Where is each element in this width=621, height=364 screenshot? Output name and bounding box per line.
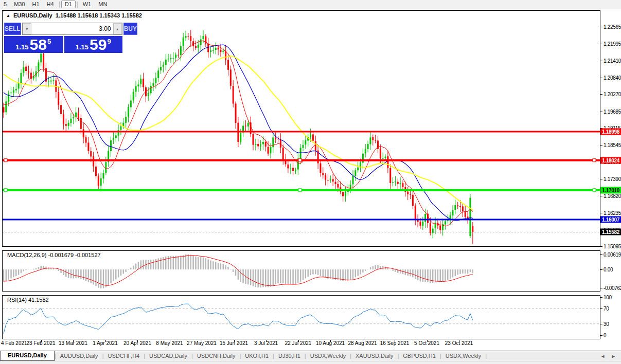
price-axis-tick-label: 1.15095: [604, 244, 621, 249]
sell-price-pip-digit: 5: [47, 38, 51, 45]
tab-usdx-weekly[interactable]: USDX,Weekly: [441, 351, 485, 361]
hline-handle[interactable]: [298, 159, 301, 162]
chart-header: ▲ EURUSD,Daily 1.15488 1.15618 1.15343 1…: [6, 12, 142, 19]
rsi-axis-tick: [600, 324, 602, 324]
price-axis-tick: [600, 179, 602, 179]
rsi-axis-tick: [600, 308, 602, 309]
macd-axis-tick: [600, 288, 602, 288]
timeframe-button-M30[interactable]: M30: [10, 1, 28, 8]
rsi-axis-tick-label: 30: [604, 321, 609, 326]
tab-dj30-h1[interactable]: DJ30,H1: [274, 351, 305, 361]
toolbar-separator: [59, 2, 60, 8]
sell-price-big-digits: 58: [30, 38, 47, 52]
date-axis-label: 5 Oct 2021: [414, 340, 439, 346]
sell-button[interactable]: SELL: [4, 23, 21, 35]
date-axis-label: 16 Sep 2021: [380, 340, 410, 346]
tab-usdcad-daily[interactable]: USDCAD,Daily: [145, 351, 191, 361]
price-axis-tick-label: 1.17390: [604, 176, 621, 182]
sell-price-display[interactable]: 1.15 58 5: [4, 36, 63, 53]
volume-input[interactable]: [31, 23, 113, 34]
price-axis-tick: [600, 61, 602, 61]
date-axis-label: 22 Jul 2021: [285, 340, 312, 346]
buy-button[interactable]: BUY: [123, 23, 137, 35]
price-axis-badge: 1.18998: [600, 129, 621, 135]
macd-label: MACD(12,26,9) -0.001679 -0.001527: [7, 252, 101, 258]
price-axis-badge: 1.18024: [600, 157, 621, 163]
status-bar: [0, 361, 621, 364]
timeframe-button-W1[interactable]: W1: [79, 1, 95, 8]
hline-handle[interactable]: [4, 189, 7, 192]
price-axis-tick: [600, 78, 602, 78]
price-axis-badge: 1.16007: [600, 216, 621, 223]
date-axis-label: 15 Jun 2021: [220, 340, 248, 346]
chart-collapse-icon[interactable]: ▲: [6, 13, 10, 18]
tab-xauusd-daily[interactable]: XAUUSD,Daily: [351, 351, 397, 361]
tab-ukoil-h1[interactable]: UKOil,H1: [241, 351, 273, 361]
tab-eurusd-daily[interactable]: EURUSD,Daily: [0, 351, 55, 361]
chart-symbol-label: EURUSD,Daily: [13, 12, 52, 19]
timeframe-button-D1[interactable]: D1: [61, 1, 76, 8]
price-axis-tick: [600, 213, 602, 213]
macd-axis-tick: [600, 254, 602, 255]
price-axis-badge: 1.15582: [600, 229, 621, 235]
date-axis-label: 4 Feb 2021: [1, 340, 27, 346]
rsi-axis-tick-label: 100: [604, 295, 612, 300]
date-axis-label: 8 May 2021: [156, 340, 183, 346]
tab-audusd-daily[interactable]: AUDUSD,Daily: [56, 351, 102, 361]
price-axis-tick-label: 1.21995: [604, 41, 621, 46]
price-axis-tick-label: 1.16820: [604, 193, 621, 198]
timeframe-button-5[interactable]: 5: [0, 1, 10, 8]
timeframe-button-H4[interactable]: H4: [43, 1, 58, 8]
price-axis-tick-label: 1.16235: [604, 210, 621, 216]
toolbar-separator: [77, 2, 78, 8]
macd-axis-tick-label: 0.00: [604, 267, 613, 272]
rsi-label: RSI(14) 41.1582: [7, 297, 49, 303]
buy-price-big-digits: 59: [90, 38, 107, 52]
hline-handle[interactable]: [593, 189, 596, 192]
buy-price-pip-digit: 9: [107, 38, 111, 45]
tab-scroll-left-icon[interactable]: ◄: [600, 354, 605, 359]
price-axis-tick: [600, 145, 602, 145]
tab-scroll-right-icon[interactable]: ►: [611, 354, 616, 359]
buy-price-display[interactable]: 1.15 59 9: [64, 36, 123, 53]
price-axis-tick: [600, 246, 602, 247]
hline-handle[interactable]: [4, 159, 7, 162]
price-axis-tick: [600, 94, 602, 95]
date-axis-label: 23 Feb 2021: [26, 340, 55, 346]
hline-handle[interactable]: [593, 159, 596, 162]
rsi-axis-tick-label: 0: [604, 333, 606, 338]
price-axis-tick-label: 1.19685: [604, 108, 621, 114]
symbol-tabbar: EURUSD,Daily|AUDUSD,Daily|USDCHF,H4|USDC…: [0, 351, 621, 361]
date-axis-label: 23 Oct 2021: [445, 340, 473, 346]
rsi-axis-tick-label: 70: [604, 306, 609, 312]
date-axis-label: 3 Jul 2021: [254, 340, 278, 346]
sell-price-prefix: 1.15: [15, 42, 28, 52]
chart-ohlc-values: 1.15488 1.15618 1.15343 1.15582: [56, 12, 142, 19]
price-axis-tick-label: 1.20840: [604, 75, 621, 80]
rsi-pane[interactable]: [2, 295, 600, 339]
tab-usdcnh-daily[interactable]: USDCNH,Daily: [193, 351, 240, 361]
price-axis-tick-label: 1.22565: [604, 24, 621, 30]
macd-axis-tick: [600, 269, 602, 270]
price-axis-badge: 1.17010: [600, 187, 621, 193]
price-axis-tick: [600, 44, 602, 44]
date-axis-label: 27 May 2021: [187, 340, 217, 346]
buy-price-prefix: 1.15: [76, 42, 88, 52]
volume-increase-button[interactable]: ▲: [113, 23, 122, 34]
tab-separator: |: [485, 351, 487, 361]
timeframe-toolbar: 5M30H1H4D1W1MN: [0, 0, 621, 9]
timeframe-button-H1[interactable]: H1: [29, 1, 43, 8]
hline-handle[interactable]: [298, 189, 301, 192]
tab-gbpusd-h1[interactable]: GBPUSD,H1: [399, 351, 440, 361]
tab-usdx-weekly[interactable]: USDX,Weekly: [306, 351, 350, 361]
tab-usdchf-h4[interactable]: USDCHF,H4: [103, 351, 144, 361]
macd-axis-tick-label: 0.006193: [604, 252, 621, 258]
tab-scroll-arrows: ◄►: [600, 351, 621, 361]
date-axis-label: 28 Aug 2021: [348, 340, 377, 346]
timeframe-button-MN[interactable]: MN: [95, 1, 111, 8]
price-axis-tick: [600, 27, 602, 27]
date-axis-label: 1 Apr 2021: [93, 340, 117, 346]
volume-stepper: ▼ ▲: [22, 23, 122, 35]
volume-decrease-button[interactable]: ▼: [23, 23, 31, 34]
terminal-window: 5M30H1H4D1W1MN ▲ EURUSD,Daily 1.15488 1.…: [0, 0, 621, 364]
